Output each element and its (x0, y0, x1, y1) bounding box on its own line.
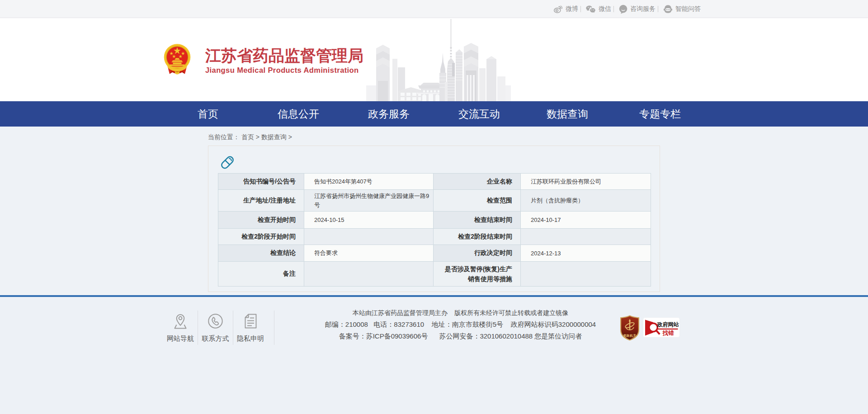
svg-text:政府网站: 政府网站 (657, 321, 679, 328)
svg-text:找错: 找错 (662, 330, 675, 336)
svg-text:党政机关: 党政机关 (623, 334, 637, 338)
